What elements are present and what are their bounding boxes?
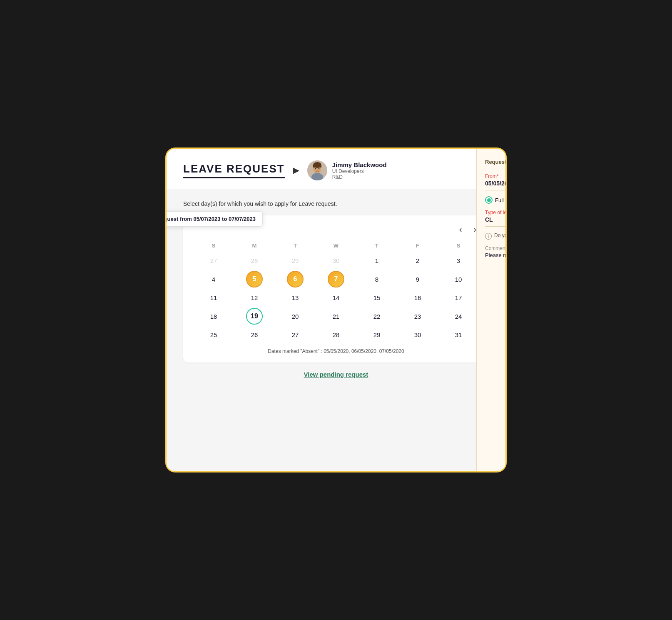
calendar-day[interactable]: 21: [316, 305, 356, 328]
calendar-day[interactable]: 12: [234, 291, 275, 305]
calendar-day[interactable]: 29: [275, 254, 316, 268]
calendar-day[interactable]: 27: [193, 254, 234, 268]
calendar-week-5: 25 26 27 28 29 30 31: [193, 328, 479, 342]
calendar-day[interactable]: 4: [193, 268, 234, 291]
info-icon: i: [485, 233, 492, 240]
from-label: From*: [485, 173, 507, 179]
calendar-week-4: 18 19 20 21 22 23 24: [193, 305, 479, 328]
calendar-day[interactable]: 28: [234, 254, 275, 268]
calendar-day[interactable]: 11: [193, 291, 234, 305]
user-department: UI Developers: [332, 168, 387, 174]
calendar-day[interactable]: 15: [356, 291, 397, 305]
calendar-day[interactable]: 2: [397, 254, 438, 268]
day-label-wed: W: [316, 240, 356, 251]
svg-point-5: [315, 168, 316, 170]
calendar-header-row: S M T W T F S: [193, 240, 479, 251]
leave-type-value: CL: [485, 216, 507, 227]
calendar-day[interactable]: 30: [316, 254, 356, 268]
calendar-grid: S M T W T F S 27 28 29: [193, 240, 479, 342]
comments-label: Comments: [485, 245, 507, 251]
svg-rect-3: [313, 165, 321, 168]
calendar-week-3: 11 12 13 14 15 16 17: [193, 291, 479, 305]
user-name: Jimmy Blackwood: [332, 161, 387, 168]
calendar-day[interactable]: 20: [275, 305, 316, 328]
calendar-day[interactable]: 13: [275, 291, 316, 305]
calendar-day-7-selected[interactable]: 7: [316, 268, 356, 291]
calendar-day[interactable]: 25: [193, 328, 234, 342]
calendar-day[interactable]: 18: [193, 305, 234, 328]
page-title: LEAVE REQUEST: [183, 162, 285, 178]
calendar-day[interactable]: 24: [438, 305, 479, 328]
calendar-week-1: 27 28 29 30 1 2 3: [193, 254, 479, 268]
svg-point-6: [318, 168, 319, 170]
calendar-week-2: 4 5 6 7 8 9 10: [193, 268, 479, 291]
user-team: R&D: [332, 174, 387, 180]
right-panel-title: Request from 05/07/2023 to: [485, 159, 507, 165]
from-value: 05/05/2020: [485, 180, 507, 190]
day-label-sat: S: [438, 240, 479, 251]
main-content: Select day(s) for which you wish to appl…: [167, 189, 505, 471]
calendar-day[interactable]: 1: [356, 254, 397, 268]
calendar-day[interactable]: 31: [438, 328, 479, 342]
calendar-day[interactable]: 16: [397, 291, 438, 305]
day-label-thu: T: [356, 240, 397, 251]
calendar-card: ‹ › S M T W T F S: [183, 215, 489, 362]
full-day-radio-circle[interactable]: [485, 196, 493, 204]
day-label-sun: S: [193, 240, 234, 251]
view-pending-request-button[interactable]: View pending request: [304, 371, 368, 378]
day-label-mon: M: [234, 240, 275, 251]
day-type-radio-group: Full Day Seco...: [485, 196, 507, 204]
calendar-day[interactable]: 14: [316, 291, 356, 305]
calendar-day[interactable]: 27: [275, 328, 316, 342]
calendar-day[interactable]: 29: [356, 328, 397, 342]
instruction-text: Select day(s) for which you wish to appl…: [183, 200, 489, 207]
user-info: Jimmy Blackwood UI Developers R&D: [307, 160, 387, 180]
day-label-tue: T: [275, 240, 316, 251]
full-day-radio[interactable]: Full Day: [485, 196, 507, 204]
calendar-day[interactable]: 26: [234, 328, 275, 342]
leave-type-label: Type of leaves*: [485, 210, 507, 215]
calendar-day[interactable]: 3: [438, 254, 479, 268]
calendar-day[interactable]: 9: [397, 268, 438, 291]
calendar-day[interactable]: 30: [397, 328, 438, 342]
prev-month-button[interactable]: ‹: [457, 224, 465, 235]
calendar-section: Request from 05/07/2023 to 07/07/2023 ‹ …: [183, 215, 489, 362]
date-range-tooltip: Request from 05/07/2023 to 07/07/2023: [165, 211, 263, 227]
calendar-day[interactable]: 8: [356, 268, 397, 291]
header: LEAVE REQUEST ▶: [167, 149, 505, 189]
user-details: Jimmy Blackwood UI Developers R&D: [332, 161, 387, 180]
right-panel: Request from 05/07/2023 to From* 05/05/2…: [476, 149, 507, 471]
day-label-fri: F: [397, 240, 438, 251]
svg-point-7: [316, 170, 318, 170]
comments-value: Please mark my leave: [485, 252, 507, 258]
calendar-day[interactable]: 22: [356, 305, 397, 328]
calendar-day-19-today[interactable]: 19: [234, 305, 275, 328]
info-row: i Do you want to make: [485, 232, 507, 240]
view-pending-row: View pending request: [183, 371, 489, 378]
calendar-day[interactable]: 17: [438, 291, 479, 305]
avatar: [307, 160, 327, 180]
calendar-day[interactable]: 28: [316, 328, 356, 342]
calendar-day-6-selected[interactable]: 6: [275, 268, 316, 291]
chevron-right-icon: ▶: [293, 166, 299, 175]
main-card: LEAVE REQUEST ▶: [165, 148, 507, 472]
calendar-day[interactable]: 23: [397, 305, 438, 328]
calendar-day-5-selected[interactable]: 5: [234, 268, 275, 291]
calendar-day[interactable]: 10: [438, 268, 479, 291]
absent-dates-note: Dates marked "Absent" : 05/05/2020, 06/0…: [193, 348, 479, 354]
page-container: LEAVE REQUEST ▶: [165, 148, 507, 472]
